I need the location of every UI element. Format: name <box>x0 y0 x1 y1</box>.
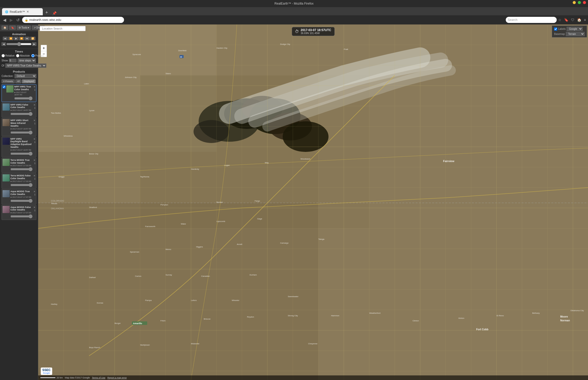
basemap-select[interactable]: Terrain Satellite Roadmap <box>566 32 585 36</box>
product-opacity-7[interactable] <box>10 214 33 218</box>
active-tab[interactable]: 🌐 RealEarth™ ✕ <box>2 8 43 15</box>
product-date-7: ● 2017-03-07 17:37:00 <box>10 212 33 214</box>
bookmark-icon[interactable]: 🔖 <box>564 18 568 22</box>
new-tab-btn[interactable]: + <box>43 10 50 15</box>
products-section: Products Collection: Default # Presets A… <box>0 69 38 380</box>
svg-text:Stano: Stano <box>166 72 171 75</box>
product-info-icon-0[interactable]: ℹ <box>34 88 35 91</box>
product-item[interactable]: NPP VIIRS True Color Swaths ● 2017-03-07… <box>2 84 36 102</box>
shield-icon[interactable]: 🛡 <box>571 18 575 22</box>
svg-text:Griggs: Griggs <box>59 176 65 178</box>
location-search-input[interactable] <box>40 26 86 31</box>
product-info-icon-6[interactable]: ℹ <box>34 193 35 196</box>
svg-text:Deerfield: Deerfield <box>178 49 186 52</box>
product-close-icon-3[interactable]: ✕ <box>33 138 35 140</box>
product-opacity-6[interactable] <box>10 199 33 203</box>
presets-btn[interactable]: # Presets <box>2 79 15 83</box>
terms-link[interactable]: Terms of Use <box>92 376 105 379</box>
anim-skip-start-btn[interactable]: ⏮ <box>3 37 8 40</box>
search-bar[interactable]: Search <box>506 17 557 23</box>
product-close-icon-7[interactable]: ✕ <box>33 206 35 209</box>
product-item[interactable]: Terra MODIS True Color Swaths ● 2017-03-… <box>2 158 36 173</box>
all-btn[interactable]: All <box>15 79 21 83</box>
close-btn[interactable] <box>583 1 586 4</box>
product-info-icon-5[interactable]: ℹ <box>34 177 35 180</box>
anim-speed-slider[interactable] <box>6 42 32 46</box>
product-opacity-2[interactable] <box>10 130 33 135</box>
bookmark-sidebar-btn[interactable]: 🔖 <box>9 25 16 30</box>
absolute-radio[interactable] <box>16 54 19 57</box>
product-opacity-5[interactable] <box>10 183 33 187</box>
back-btn[interactable]: ◀ <box>2 17 7 23</box>
product-opacity-0[interactable] <box>14 96 33 100</box>
tab-close-icon[interactable]: ✕ <box>26 10 29 14</box>
absolute-radio-label[interactable]: Absolute <box>16 54 30 57</box>
home-icon[interactable]: 🏠 <box>577 18 581 22</box>
product-item[interactable]: NPP VIIRS Short Wave Infrared Swaths ● 2… <box>2 118 36 136</box>
svg-text:Fargo: Fargo <box>255 200 260 202</box>
svg-text:Dalhart: Dalhart <box>89 276 96 279</box>
anim-slower-btn[interactable]: ◀ <box>2 42 6 46</box>
time-steps-select[interactable]: time steps <box>18 58 36 63</box>
product-close-icon-1[interactable]: ✕ <box>33 103 35 106</box>
map-container[interactable]: Fairview Fort Cobb Moore Norman Syracuse… <box>38 24 588 380</box>
zoom-in-btn[interactable]: + <box>41 45 47 51</box>
product-close-icon-2[interactable]: ✕ <box>33 119 35 122</box>
menu-icon[interactable]: ≡ <box>584 18 586 22</box>
anim-loop-btn[interactable]: 🔁 <box>30 37 35 40</box>
product-info-icon-4[interactable]: ℹ <box>34 162 35 165</box>
product-info-icon-1[interactable]: ℹ <box>34 107 35 109</box>
product-item[interactable]: NPP VIIRS False Color Swaths ● 2017-03-0… <box>2 102 36 118</box>
product-radio[interactable] <box>31 54 35 57</box>
svg-text:Higgins: Higgins <box>196 246 203 248</box>
report-link[interactable]: Report a map error <box>107 376 127 379</box>
product-name-7: Aqua MODIS False Color Swaths <box>10 206 33 212</box>
product-item[interactable]: NPP VIIRS Day/Night Band Adaptive Equali… <box>2 137 36 157</box>
svg-text:Teksas: Teksas <box>51 202 57 205</box>
displayed-btn[interactable]: Displayed <box>22 79 36 83</box>
product-item[interactable]: Terra MODIS False Color Swaths ● 2017-03… <box>2 173 36 189</box>
home-sidebar-btn[interactable]: 🏠 <box>2 25 8 30</box>
product-close-icon-4[interactable]: ✕ <box>33 159 35 162</box>
relative-radio-label[interactable]: Relative <box>2 54 15 57</box>
svg-text:Farnsworth: Farnsworth <box>145 225 155 228</box>
anim-play-btn[interactable]: ▶ <box>14 37 18 40</box>
pin-icon[interactable]: 📌 <box>52 11 57 15</box>
label-provider-select[interactable]: Google <box>567 27 583 31</box>
anim-step-back-btn[interactable]: ⏪ <box>8 37 13 40</box>
product-close-icon-5[interactable]: ✕ <box>33 174 35 177</box>
product-item[interactable]: Aqua MODIS True Color Swaths ● 2017-03-0… <box>2 189 36 204</box>
anim-skip-end-btn[interactable]: ⏭ <box>25 37 30 40</box>
product-radio-label[interactable]: Product <box>31 54 44 57</box>
of-select[interactable]: NPP VIIRS True Color Swaths <box>5 63 46 68</box>
product-info-icon-7[interactable]: ℹ <box>34 209 35 212</box>
svg-point-11 <box>194 120 229 143</box>
labels-checkbox[interactable] <box>554 28 557 31</box>
product-opacity-4[interactable] <box>10 167 33 171</box>
maximize-btn[interactable] <box>578 1 581 4</box>
svg-text:Taloga: Taloga <box>318 238 324 240</box>
product-info-icon-2[interactable]: ℹ <box>34 122 35 125</box>
relative-radio[interactable] <box>2 54 5 57</box>
browser-toolbar-icons: ☆ 🔖 🛡 🏠 ≡ <box>558 18 586 22</box>
forward-btn[interactable]: ▶ <box>9 17 14 23</box>
product-item[interactable]: Aqua MODIS False Color Swaths ● 2017-03-… <box>2 205 36 220</box>
collection-select[interactable]: Default <box>15 74 36 78</box>
product-checkbox-0[interactable] <box>3 85 6 88</box>
url-text: realearth.ssec.wisc.edu <box>29 18 61 22</box>
anim-faster-btn[interactable]: ▶ <box>32 42 36 46</box>
product-close-icon-6[interactable]: ✕ <box>33 190 35 193</box>
product-info-icon-3[interactable]: ℹ <box>34 141 35 143</box>
minimize-btn[interactable] <box>573 1 576 4</box>
product-opacity-3[interactable] <box>10 152 33 156</box>
url-bar[interactable]: 🔒 realearth.ssec.wisc.edu <box>22 17 124 23</box>
product-close-icon-0[interactable]: ✕ <box>33 85 35 88</box>
tools-btn[interactable]: ⚙ Tools ▾ <box>17 25 31 30</box>
filter-row: # Presets All Displayed <box>2 79 36 83</box>
anim-step-fwd-btn[interactable]: ⏩ <box>19 37 24 40</box>
svg-text:Two Buttes: Two Buttes <box>51 112 61 114</box>
show-value-input[interactable] <box>9 59 17 62</box>
reload-btn[interactable]: ↺ <box>15 17 21 23</box>
product-opacity-1[interactable] <box>10 112 33 116</box>
star-icon[interactable]: ☆ <box>558 18 562 22</box>
